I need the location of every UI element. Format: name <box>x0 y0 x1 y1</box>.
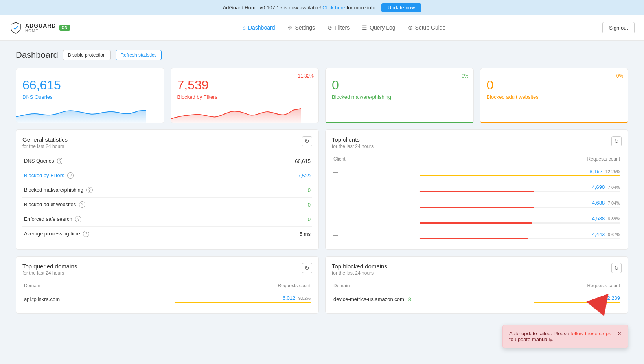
avg-time-help-icon[interactable]: ? <box>83 231 89 237</box>
blocked-adult-help-icon[interactable]: ? <box>79 201 85 208</box>
stats-row-blocked-malware: Blocked malware/phishing ? 0 <box>22 183 312 198</box>
client-1-pct: 12.25% <box>605 169 620 174</box>
top-clients-header: Top clients for the last 24 hours ↻ <box>332 136 622 149</box>
log-icon: ☰ <box>362 24 367 31</box>
stats-row-blocked-filters: Blocked by Filters ? 7,539 <box>22 168 312 183</box>
nav-setupguide-label: Setup Guide <box>415 24 446 31</box>
blocked-filters-chart <box>171 99 301 123</box>
nav-querylog[interactable]: ☰ Query Log <box>362 17 395 39</box>
header: ADGUARD HOME ON ⌂ Dashboard ⚙ Settings ⊘… <box>0 15 644 41</box>
top-queried-refresh-button[interactable]: ↻ <box>302 263 312 273</box>
refresh-statistics-button[interactable]: Refresh statistics <box>116 50 162 60</box>
sign-out-button[interactable]: Sign out <box>602 22 635 33</box>
client-4-bar-track <box>420 222 620 224</box>
blocked-adult-number: 0 <box>487 78 622 92</box>
client-3-bar-track <box>420 207 620 208</box>
client-5-value: 4,443 <box>592 231 605 237</box>
general-stats-panel: General statistics for the last 24 hours… <box>16 129 319 250</box>
avg-time-stat-value: 5 ms <box>252 227 312 241</box>
main-nav: ⌂ Dashboard ⚙ Settings ⊘ Filters ☰ Query… <box>86 17 603 39</box>
nav-filters[interactable]: ⊘ Filters <box>328 17 350 39</box>
top-queried-row-1: api.tplinkra.com 6,012 9.02% <box>22 291 312 307</box>
blocked-adult-stat-label: Blocked adult websites <box>24 201 76 207</box>
blocked-malware-help-icon[interactable]: ? <box>86 187 93 193</box>
stats-row-avg-time: Average processing time ? 5 ms <box>22 227 312 241</box>
queried-bar-1 <box>175 302 311 303</box>
client-4-pct: 6.89% <box>608 216 620 221</box>
blocked-by-filters-link[interactable]: Blocked by Filters <box>24 172 64 178</box>
dns-queries-chart <box>16 99 146 123</box>
col-client: Client <box>332 154 418 164</box>
top-blocked-title-area: Top blocked domains for the last 24 hour… <box>332 263 387 276</box>
nav-settings[interactable]: ⚙ Settings <box>287 17 315 39</box>
top-blocked-title: Top blocked domains <box>332 263 387 270</box>
top-blocked-subtitle: for the last 24 hours <box>332 270 387 276</box>
client-3-pct: 7.04% <box>608 201 620 205</box>
client-2-bar-track <box>420 191 620 192</box>
dns-queries-help-icon[interactable]: ? <box>57 158 63 164</box>
disable-protection-button[interactable]: Disable protection <box>63 50 111 60</box>
top-client-row-1: — 8,162 12.25% <box>332 164 622 181</box>
logo-text: ADGUARD HOME <box>25 22 56 33</box>
nav-setupguide[interactable]: ⊕ Setup Guide <box>408 17 446 39</box>
blocked-malware-percent: 0% <box>462 73 468 79</box>
top-clients-title-area: Top clients for the last 24 hours <box>332 136 374 149</box>
top-client-row-2: — 4,690 7.04% <box>332 180 622 196</box>
home-icon: ⌂ <box>242 24 245 31</box>
col-requests-blocked: Requests count <box>533 281 622 291</box>
safe-search-stat-value: 0 <box>252 212 312 227</box>
client-3-value: 4,688 <box>592 200 605 206</box>
queried-domain-1: api.tplinkra.com <box>22 291 173 307</box>
blocked-filters-stat-value: 7,539 <box>252 168 312 183</box>
safe-search-stat-label: Enforced safe search <box>24 216 72 222</box>
dns-queries-stat-value: 66,615 <box>252 154 312 168</box>
general-stats-header: General statistics for the last 24 hours… <box>22 136 312 149</box>
top-queried-header: Top queried domains for the last 24 hour… <box>22 263 312 276</box>
nav-settings-label: Settings <box>295 24 315 31</box>
stat-card-dns-queries: 66,615 DNS Queries <box>16 68 164 123</box>
top-clients-refresh-button[interactable]: ↻ <box>611 136 622 146</box>
blocked-malware-number: 0 <box>332 78 467 92</box>
client-5-pct: 6.67% <box>608 232 620 237</box>
banner-link[interactable]: Click here <box>322 5 345 11</box>
blocked-adult-label: Blocked adult websites <box>487 94 622 100</box>
update-now-button[interactable]: Update now <box>381 3 421 12</box>
top-clients-table-header: Client Requests count <box>332 154 622 164</box>
blocked-malware-stat-value: 0 <box>252 183 312 198</box>
col-domain-queried: Domain <box>22 281 173 291</box>
top-queried-panel: Top queried domains for the last 24 hour… <box>16 256 319 314</box>
top-queried-table-header: Domain Requests count <box>22 281 312 291</box>
top-blocked-table-header: Domain Requests count <box>332 281 622 291</box>
queried-value-1: 6,012 <box>283 295 296 301</box>
safe-search-help-icon[interactable]: ? <box>75 216 81 222</box>
client-5-bar <box>420 238 528 239</box>
general-stats-refresh-button[interactable]: ↻ <box>302 136 312 146</box>
general-stats-subtitle: for the last 24 hours <box>22 144 68 149</box>
top-client-row-3: — 4,688 7.04% <box>332 196 622 212</box>
top-blocked-refresh-button[interactable]: ↻ <box>611 263 622 273</box>
nav-dashboard-label: Dashboard <box>248 24 275 31</box>
client-2-bar <box>420 191 534 192</box>
top-queried-title: Top queried domains <box>22 263 77 270</box>
stats-cards-row: 66,615 DNS Queries 11.32% 7,539 Blocked … <box>16 68 628 123</box>
stats-row-dns: DNS Queries ? 66,615 <box>22 154 312 168</box>
top-client-row-4: — 4,588 6.89% <box>332 212 622 227</box>
client-3-name: — <box>332 196 418 212</box>
blocked-domain-1: device-metrics-us.amazon.com <box>333 296 404 302</box>
main-content: Dashboard Disable protection Refresh sta… <box>0 41 644 329</box>
blocked-malware-stat-label: Blocked malware/phishing <box>24 187 83 193</box>
top-client-row-5: — 4,443 6.67% <box>332 227 622 243</box>
toast-notification: × Auto-update failed. Please follow thes… <box>502 325 628 329</box>
on-badge: ON <box>59 25 70 31</box>
stat-card-blocked-malware: 0% 0 Blocked malware/phishing <box>325 68 474 123</box>
top-blocked-row-1: device-metrics-us.amazon.com ⊘ 2,239 <box>332 291 622 307</box>
dns-queries-stat-label: DNS Queries <box>24 158 54 164</box>
top-queried-subtitle: for the last 24 hours <box>22 270 77 276</box>
nav-dashboard[interactable]: ⌂ Dashboard <box>242 17 275 39</box>
guide-icon: ⊕ <box>408 24 413 31</box>
client-2-value: 4,690 <box>592 184 605 190</box>
client-5-name: — <box>332 227 418 243</box>
blocked-filters-help-icon[interactable]: ? <box>67 172 74 179</box>
client-1-bar-track <box>420 175 620 176</box>
avg-time-stat-label: Average processing time <box>24 231 80 237</box>
